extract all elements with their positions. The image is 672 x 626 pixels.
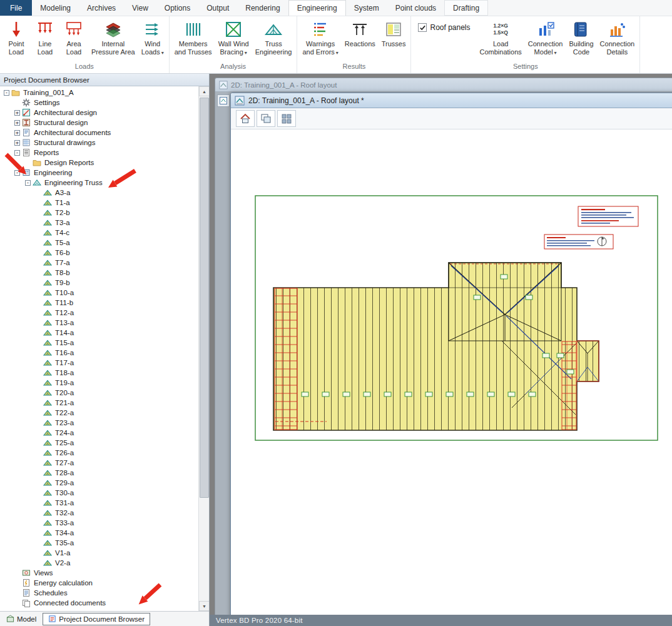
- tree-item-t6-b[interactable]: T6-b: [0, 248, 198, 258]
- tree-item-t29-a[interactable]: T29-a: [0, 478, 198, 488]
- tree-expander-plus[interactable]: +: [14, 130, 20, 136]
- tree-item-t9-b[interactable]: T9-b: [0, 278, 198, 288]
- tab-point-clouds[interactable]: Point clouds: [387, 0, 444, 16]
- ribbon-button-warnings-and-errors[interactable]: Warningsand Errors▾: [299, 18, 341, 63]
- tree-item-t8-b[interactable]: T8-b: [0, 268, 198, 278]
- cascade-windows-button[interactable]: [257, 110, 275, 127]
- ribbon-button-members-and-trusses[interactable]: Membersand Trusses: [171, 18, 215, 63]
- tree-item-t2-b[interactable]: T2-b: [0, 208, 198, 218]
- background-window-button[interactable]: [217, 94, 230, 107]
- tree-item-t18-a[interactable]: T18-a: [0, 368, 198, 378]
- tree-expander-plus[interactable]: +: [14, 140, 20, 146]
- tree-item-t33-a[interactable]: T33-a: [0, 518, 198, 528]
- ribbon-button-reactions[interactable]: Reactions: [342, 18, 379, 63]
- tree-item-engineering[interactable]: -Engineering: [0, 168, 198, 178]
- tree-item-t11-b[interactable]: T11-b: [0, 298, 198, 308]
- checkbox-roof-panels[interactable]: Roof panels: [413, 18, 476, 63]
- ribbon-button-truss-engineering[interactable]: TrussEngineering: [252, 18, 295, 63]
- tab-engineering[interactable]: Engineering: [288, 0, 346, 16]
- tree-item-t5-a[interactable]: T5-a: [0, 238, 198, 248]
- tree-item-architectural-design[interactable]: +Architectural design: [0, 108, 198, 118]
- tree-expander-minus[interactable]: -: [25, 180, 31, 186]
- tab-output[interactable]: Output: [198, 0, 237, 16]
- tree-item-architectural-documents[interactable]: +Architectural documents: [0, 128, 198, 138]
- background-window-titlebar[interactable]: 2D: Training_001_A - Roof layout: [215, 78, 672, 92]
- tree-item-training-001-a[interactable]: -Training_001_A: [0, 88, 198, 98]
- ribbon-button-internal-pressure-area[interactable]: InternalPressure Area: [88, 18, 138, 63]
- tab-options[interactable]: Options: [156, 0, 198, 16]
- tree-item-design-reports[interactable]: Design Reports: [0, 158, 198, 168]
- tree-item-settings[interactable]: Settings: [0, 98, 198, 108]
- tab-system[interactable]: System: [346, 0, 387, 16]
- tab-model[interactable]: Model: [1, 613, 41, 625]
- ribbon-button-wind-loads[interactable]: WindLoads▾: [138, 18, 167, 63]
- ribbon-button-connection-model[interactable]: ConnectionModel▾: [525, 18, 566, 63]
- tree-scrollbar[interactable]: ▲ ▼: [198, 86, 209, 611]
- tree-item-t22-a[interactable]: T22-a: [0, 408, 198, 418]
- tab-view[interactable]: View: [124, 0, 156, 16]
- tree-item-t19-a[interactable]: T19-a: [0, 378, 198, 388]
- tree-item-t16-a[interactable]: T16-a: [0, 348, 198, 358]
- tab-rendering[interactable]: Rendering: [237, 0, 288, 16]
- checkbox-checked-icon[interactable]: [418, 23, 427, 32]
- tree-item-t10-a[interactable]: T10-a: [0, 288, 198, 298]
- tree-item-schedules[interactable]: Schedules: [0, 588, 198, 598]
- tree-item-reports[interactable]: -Reports: [0, 148, 198, 158]
- tree-item-t30-a[interactable]: T30-a: [0, 488, 198, 498]
- tree-expander-minus[interactable]: -: [14, 150, 20, 156]
- tree-expander-plus[interactable]: +: [14, 120, 20, 126]
- tree-item-t20-a[interactable]: T20-a: [0, 388, 198, 398]
- tree-item-a3-a[interactable]: A3-a: [0, 188, 198, 198]
- ribbon-button-point-load[interactable]: PointLoad: [2, 18, 31, 63]
- ribbon-button-connection-details[interactable]: ConnectionDetails: [597, 18, 638, 63]
- scroll-thumb[interactable]: [200, 98, 209, 498]
- tab-file[interactable]: File: [0, 0, 32, 16]
- view-home-button[interactable]: [236, 110, 255, 127]
- tree-item-t4-c[interactable]: T4-c: [0, 228, 198, 238]
- tree-item-t13-a[interactable]: T13-a: [0, 318, 198, 328]
- ribbon-button-wall-wind-bracing[interactable]: Wall WindBracing▾: [215, 18, 252, 63]
- tree-item-t35-a[interactable]: T35-a: [0, 538, 198, 548]
- drawing-canvas[interactable]: [232, 129, 672, 622]
- tree-item-t23-a[interactable]: T23-a: [0, 418, 198, 428]
- tab-project-document-browser[interactable]: Project Document Browser: [43, 613, 150, 625]
- tab-archives[interactable]: Archives: [79, 0, 124, 16]
- ribbon-button-area-load[interactable]: AreaLoad: [59, 18, 88, 63]
- ribbon-button-load-combinations[interactable]: 1.2×G1.5×QLoadCombinations: [477, 18, 525, 63]
- tree-item-t26-a[interactable]: T26-a: [0, 448, 198, 458]
- tree-item-structural-design[interactable]: +Structural design: [0, 118, 198, 128]
- drawing-window-titlebar[interactable]: 2D: Training_001_A - Roof layout *: [231, 93, 672, 108]
- tree-item-t28-a[interactable]: T28-a: [0, 468, 198, 478]
- tree-item-t12-a[interactable]: T12-a: [0, 308, 198, 318]
- tree-item-t7-a[interactable]: T7-a: [0, 258, 198, 268]
- tree-item-connected-documents[interactable]: Connected documents: [0, 598, 198, 608]
- tree-item-t14-a[interactable]: T14-a: [0, 328, 198, 338]
- ribbon-button-trusses[interactable]: Trusses: [379, 18, 409, 63]
- tree-expander-minus[interactable]: -: [14, 170, 20, 176]
- tree-item-t15-a[interactable]: T15-a: [0, 338, 198, 348]
- scroll-down-button[interactable]: ▼: [199, 601, 209, 611]
- tree-item-v2-a[interactable]: V2-a: [0, 558, 198, 568]
- tab-drafting[interactable]: Drafting: [444, 0, 488, 16]
- tile-windows-button[interactable]: [277, 110, 296, 127]
- tree-item-energy-calculation[interactable]: Energy calculation: [0, 578, 198, 588]
- tree-item-t25-a[interactable]: T25-a: [0, 438, 198, 448]
- tree-item-t3-a[interactable]: T3-a: [0, 218, 198, 228]
- tree-item-v1-a[interactable]: V1-a: [0, 548, 198, 558]
- tree-item-t1-a[interactable]: T1-a: [0, 198, 198, 208]
- tab-modeling[interactable]: Modeling: [32, 0, 79, 16]
- tree-item-t24-a[interactable]: T24-a: [0, 428, 198, 438]
- tree-expander-minus[interactable]: -: [4, 90, 9, 96]
- scroll-up-button[interactable]: ▲: [199, 86, 209, 96]
- tree-item-structural-drawings[interactable]: +Structural drawings: [0, 138, 198, 148]
- tree-item-views[interactable]: Views: [0, 568, 198, 578]
- ribbon-button-line-load[interactable]: LineLoad: [31, 18, 59, 63]
- tree-item-engineering-truss[interactable]: -Engineering Truss: [0, 178, 198, 188]
- tree-item-t32-a[interactable]: T32-a: [0, 508, 198, 518]
- tree-item-t17-a[interactable]: T17-a: [0, 358, 198, 368]
- tree-expander-plus[interactable]: +: [14, 110, 20, 116]
- tree-item-t31-a[interactable]: T31-a: [0, 498, 198, 508]
- tree-item-t27-a[interactable]: T27-a: [0, 458, 198, 468]
- tree-item-t34-a[interactable]: T34-a: [0, 528, 198, 538]
- ribbon-button-building-code[interactable]: BuildingCode: [566, 18, 596, 63]
